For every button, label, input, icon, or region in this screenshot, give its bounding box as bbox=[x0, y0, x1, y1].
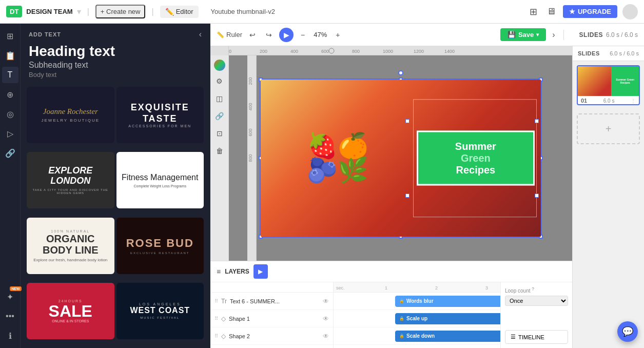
green-recipe-box[interactable]: Summer Green Recipes bbox=[417, 131, 534, 186]
slides-icon: 🎞 bbox=[570, 31, 576, 38]
template-fitness[interactable]: Fitness Management Complete Weight Loss … bbox=[116, 152, 204, 208]
svg-text:600: 600 bbox=[248, 128, 253, 136]
slide-thumb-01[interactable]: Summer Green Recipes 01 6.0 s ⋮ bbox=[577, 65, 640, 105]
layers-label: LAYERS bbox=[225, 268, 249, 275]
sidebar-item-layers[interactable]: 📋 bbox=[2, 47, 18, 64]
canvas-tools-main: ⚙ ◫ 🔗 ⊡ 🗑 200 400 600 bbox=[210, 55, 572, 261]
slides-info: 🎞 SLIDES 6.0 s / 6.0 s bbox=[570, 31, 638, 38]
svg-text:600: 600 bbox=[321, 49, 329, 54]
template-fitness-main: Fitness Management bbox=[122, 173, 198, 182]
eye-icon-shape2[interactable]: 👁 bbox=[323, 333, 329, 340]
recipe-line2: Green bbox=[455, 152, 496, 164]
present-icon[interactable]: ⊞ bbox=[528, 4, 539, 20]
rotate-handle[interactable] bbox=[398, 70, 403, 75]
template-west[interactable]: LOS ANGELES WEST COAST MUSIC FESTIVAL bbox=[116, 283, 204, 339]
topbar-right: ⊞ 🖥 ★ UPGRADE bbox=[528, 4, 638, 20]
dropdown-icon[interactable]: ▾ bbox=[77, 7, 81, 16]
svg-text:0: 0 bbox=[229, 49, 231, 54]
timeline-button[interactable]: ☰ TIMELINE bbox=[505, 330, 568, 344]
undo-button[interactable]: ↩ bbox=[246, 29, 259, 41]
tracks-body: 🔒 Words blur 🔒 Scale up bbox=[334, 293, 500, 348]
layer-name-shape2: Shape 2 bbox=[229, 333, 320, 339]
green-box-handle-bl[interactable] bbox=[405, 194, 409, 198]
upgrade-label: UPGRADE bbox=[578, 8, 611, 15]
layer-row-shape1[interactable]: ⠿ ◇ Shape 1 👁 bbox=[210, 310, 333, 327]
layer-row-image6[interactable]: ⠿ 🖼 Image 6 👁 bbox=[210, 345, 333, 348]
monitor-icon[interactable]: 🖥 bbox=[544, 4, 558, 19]
layer-row-text6[interactable]: ⠿ Tr Text 6 - SUMMER... 👁 bbox=[210, 293, 333, 310]
save-button[interactable]: 💾 Save ▾ bbox=[500, 28, 546, 41]
track-scale-up[interactable]: 🔒 Scale up bbox=[395, 313, 500, 324]
template-organic[interactable]: 100% NATURAL ORGANICBODY LINE Explore ou… bbox=[27, 218, 114, 274]
template-west-sub: MUSIC FESTIVAL bbox=[140, 316, 180, 319]
more-options-button[interactable]: › bbox=[550, 28, 557, 42]
sidebar-item-brand[interactable]: ⊕ bbox=[2, 86, 18, 103]
topbar: DT DESIGN TEAM ▾ | + Create new | ✏️ Edi… bbox=[0, 0, 644, 24]
create-new-button[interactable]: + Create new bbox=[95, 5, 146, 18]
upgrade-button[interactable]: ★ UPGRADE bbox=[563, 5, 617, 18]
link-tool[interactable]: 🔗 bbox=[212, 109, 227, 123]
editor-button[interactable]: ✏️ Editor bbox=[160, 6, 199, 18]
sidebar-item-search[interactable]: ◎ bbox=[2, 106, 18, 122]
color-picker-tool[interactable] bbox=[214, 60, 225, 71]
template-exquisite-sub: ACCESSORIES FOR MEN bbox=[128, 124, 191, 128]
redo-button[interactable]: ↪ bbox=[263, 29, 275, 41]
svg-text:200: 200 bbox=[248, 77, 253, 85]
sidebar-item-media[interactable]: ▷ bbox=[2, 125, 18, 142]
template-rose[interactable]: ROSE BUD EXCLUSIVE RESTAURANT bbox=[116, 218, 204, 274]
heading-sample[interactable]: Heading text bbox=[29, 43, 202, 60]
user-avatar[interactable] bbox=[622, 4, 638, 20]
lock-icon: 🔒 bbox=[399, 299, 404, 303]
template-exquisite[interactable]: EXQUISITETASTE ACCESSORIES FOR MEN bbox=[116, 87, 204, 143]
svg-text:sec.: sec. bbox=[336, 285, 345, 291]
canvas-content[interactable]: 🍓🍊🫐🌿 Summer Green Recipes bbox=[260, 79, 542, 238]
template-sale[interactable]: 24HOURS SALE ONLINE & IN STORES bbox=[27, 283, 114, 339]
sidebar-item-share[interactable]: 🔗 bbox=[2, 145, 18, 161]
template-organic-sub: Explore our fresh, handmade body lotion bbox=[33, 258, 107, 262]
template-exquisite-main: EXQUISITETASTE bbox=[131, 102, 189, 124]
drag-icon: ⠿ bbox=[214, 316, 218, 321]
eye-icon-text6[interactable]: 👁 bbox=[323, 298, 329, 305]
layer-row-shape2[interactable]: ⠿ ◇ Shape 2 👁 bbox=[210, 327, 333, 345]
slide-menu-icon[interactable]: ⋮ bbox=[631, 98, 636, 104]
timeline-play-button[interactable]: ▶ bbox=[253, 264, 268, 279]
track-words-blur[interactable]: 🔒 Words blur bbox=[395, 296, 500, 307]
shape-layer-icon: ◇ bbox=[221, 315, 226, 322]
svg-text:400: 400 bbox=[248, 103, 253, 110]
sidebar-item-info[interactable]: ℹ bbox=[2, 327, 18, 344]
sidebar-item-text[interactable]: T bbox=[2, 67, 18, 83]
svg-point-8 bbox=[329, 48, 334, 53]
crop-tool[interactable]: ⊡ bbox=[212, 126, 227, 141]
timeline-area: ≡ LAYERS ▶ ⠿ Tr Text 6 - SUMMER... bbox=[210, 261, 572, 348]
settings-tool[interactable]: ⚙ bbox=[212, 74, 227, 88]
template-explore-sub: TAKE A CITY TOUR AND DISCOVER THE HIDDEN… bbox=[27, 188, 114, 195]
sidebar-item-new[interactable]: ✦ bbox=[2, 288, 18, 305]
shape2-layer-icon: ◇ bbox=[221, 333, 226, 340]
zoom-out-button[interactable]: − bbox=[298, 29, 308, 41]
track-scale-down[interactable]: 🔒 Scale down bbox=[395, 331, 500, 342]
sidebar-item-grid[interactable]: ⊞ bbox=[2, 28, 18, 44]
slide-thumb-image: Summer Green Recipes bbox=[578, 66, 639, 96]
sidebar-item-more[interactable]: ••• bbox=[2, 308, 18, 324]
svg-text:3: 3 bbox=[485, 285, 488, 291]
play-preview-button[interactable]: ▶ bbox=[279, 28, 294, 42]
slides-panel-header: SLIDES 6.0 s / 6.0 s bbox=[573, 46, 644, 61]
add-slide-button[interactable]: + bbox=[577, 113, 640, 144]
body-sample[interactable]: Body text bbox=[29, 71, 202, 79]
recipe-line3: Recipes bbox=[455, 164, 496, 176]
delete-tool[interactable]: 🗑 bbox=[212, 144, 227, 158]
green-box-handle-br[interactable] bbox=[535, 194, 539, 198]
chat-fab-button[interactable]: 💬 bbox=[617, 321, 638, 342]
lock-icon: 🔒 bbox=[399, 334, 404, 338]
green-box-handle-tl[interactable] bbox=[405, 119, 409, 123]
canvas-main[interactable]: 200 400 600 800 bbox=[229, 55, 572, 261]
layers-tool[interactable]: ◫ bbox=[212, 91, 227, 106]
loop-count-select[interactable]: Once Infinite bbox=[505, 296, 568, 306]
zoom-in-button[interactable]: + bbox=[333, 29, 343, 41]
panel-collapse-button[interactable]: ‹ bbox=[199, 30, 202, 39]
template-explore[interactable]: EXPLORELONDON TAKE A CITY TOUR AND DISCO… bbox=[27, 152, 114, 208]
green-box-handle-tr[interactable] bbox=[535, 119, 539, 123]
eye-icon-shape1[interactable]: 👁 bbox=[323, 315, 329, 322]
subheading-sample[interactable]: Subheading text bbox=[29, 61, 202, 70]
template-joanne[interactable]: Joanne Rochester JEWELRY BOUTIQUE bbox=[27, 87, 114, 143]
